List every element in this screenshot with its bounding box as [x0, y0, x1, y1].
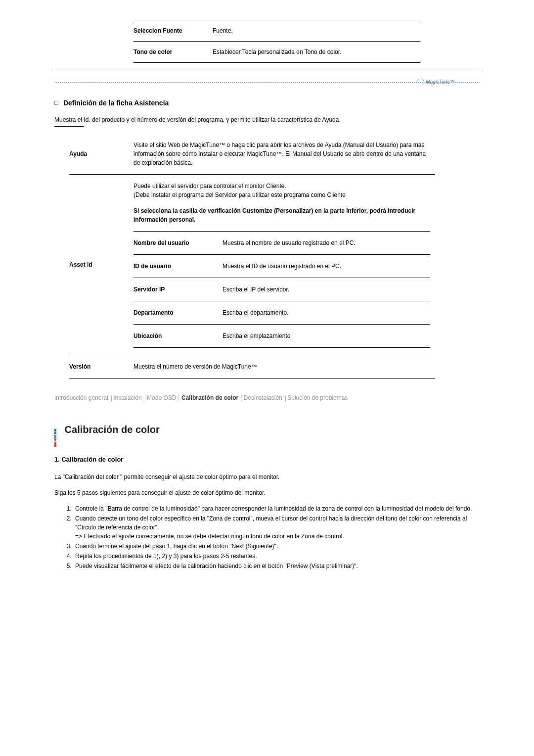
- step-item: Controle la "Barra de control de la lumi…: [73, 504, 480, 513]
- version-desc: Muestra el número de versión de MagicTun…: [134, 355, 435, 378]
- inner-desc: Muestra el ID de usuario registrado en e…: [222, 255, 430, 278]
- ayuda-desc: Visite el sitio Web de MagicTune™ o haga…: [134, 134, 435, 175]
- nav-link[interactable]: Introducción general: [54, 394, 108, 401]
- asset-label: Asset id: [69, 175, 134, 355]
- step-item: Repita los procedimientos de 1), 2) y 3)…: [73, 552, 480, 561]
- section-intro: Muestra el Id. del producto y el número …: [54, 115, 480, 124]
- page-title-text: Calibración de color: [65, 424, 160, 435]
- version-label: Versión: [69, 355, 134, 378]
- pipe-separator: |: [177, 394, 178, 401]
- step-item: Puede visualizar fácilmente el efecto de…: [73, 562, 480, 570]
- inner-desc: Escriba el emplazamiento: [222, 325, 430, 348]
- asset-inner-table: Nombre del usuario Muestra el nombre de …: [134, 231, 430, 348]
- help-table: Ayuda Visite el sitio Web de MagicTune™ …: [69, 134, 435, 378]
- section-title-text: Definición de la ficha Asistencia: [63, 99, 169, 107]
- divider: [54, 68, 480, 68]
- short-underline: [54, 126, 84, 127]
- dots-grid-icon: [54, 428, 57, 433]
- inner-label: ID de usuario: [134, 255, 222, 278]
- inner-desc: Escriba el IP del servidor.: [222, 278, 430, 301]
- row-desc: Establecer Tecla personalizada en Tono d…: [213, 42, 420, 63]
- steps-list: Controle la "Barra de control de la lumi…: [68, 504, 480, 570]
- nav-link[interactable]: Desinstalación: [244, 394, 282, 401]
- nav-link[interactable]: Instalación: [113, 394, 141, 401]
- inner-label: Departamento: [134, 301, 222, 325]
- pipe-separator: |: [144, 394, 146, 401]
- row-label: Tono de color: [134, 42, 213, 63]
- inner-label: Nombre del usuario: [134, 232, 222, 255]
- swoosh-icon: [416, 78, 426, 87]
- asset-cell: Puede utilizar el servidor para controla…: [134, 175, 435, 355]
- inner-label: Ubicación: [134, 325, 222, 348]
- bullet-icon: [54, 101, 58, 105]
- asset-desc1: Puede utilizar el servidor para controla…: [134, 182, 430, 199]
- page-title: Calibración de color: [54, 422, 480, 437]
- pipe-separator: |: [285, 394, 286, 401]
- pipe-separator: |: [111, 394, 112, 401]
- nav-link[interactable]: Solución de problemas: [287, 394, 348, 401]
- pipe-separator: |: [241, 394, 243, 401]
- ayuda-label: Ayuda: [69, 134, 134, 175]
- dotted-divider: MagicTune™: [54, 82, 480, 83]
- row-desc: Fuente.: [213, 20, 420, 42]
- inner-desc: Muestra el nombre de usuario registrado …: [222, 232, 430, 255]
- logo-text: MagicTune: [426, 79, 450, 85]
- breadcrumb-nav: Introducción general |Instalación |Modo …: [54, 393, 480, 402]
- inner-label: Servidor IP: [134, 278, 222, 301]
- inner-desc: Escriba el departamento.: [222, 301, 430, 325]
- magictune-logo: MagicTune™: [416, 78, 455, 86]
- paragraph: Siga los 5 pasos siguientes para consegu…: [54, 488, 480, 497]
- section-heading: Definición de la ficha Asistencia: [54, 98, 480, 108]
- row-label: Seleccion Fuente: [134, 20, 213, 42]
- step-item: Cuando termine el ajuste del paso 1, hag…: [73, 542, 480, 551]
- top-settings-table: Seleccion Fuente Fuente. Tono de color E…: [134, 20, 420, 63]
- asset-desc2: Si selecciona la casilla de verificación…: [134, 206, 430, 224]
- nav-link[interactable]: Modo OSD: [147, 394, 176, 401]
- sub-heading: 1. Calibración de color: [54, 455, 480, 465]
- paragraph: La "Calibración del color " permite cons…: [54, 472, 480, 481]
- step-item: Cuando detecte un tono del color específ…: [73, 514, 480, 541]
- nav-link-current[interactable]: Calibración de color: [181, 394, 238, 401]
